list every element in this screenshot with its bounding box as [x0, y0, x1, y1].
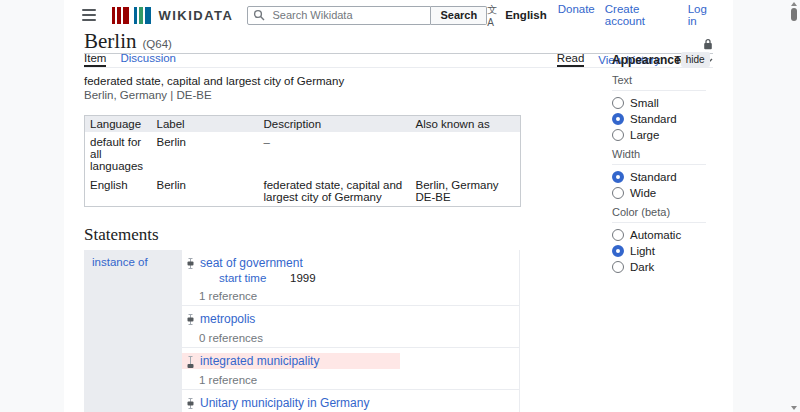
radio-label: Automatic — [630, 229, 681, 241]
protection-lock-icon — [703, 38, 713, 53]
main-menu-icon[interactable] — [82, 9, 96, 21]
tab-discussion[interactable]: Discussion — [120, 52, 176, 67]
cell-description: federated state, capital and largest cit… — [259, 175, 411, 207]
site-header: WIKIDATA Search 文A English DonateCreate … — [64, 0, 733, 26]
language-icon: 文A — [487, 3, 501, 28]
radio-circle-icon — [612, 113, 624, 125]
cell-aliases: Berlin, GermanyDE-BE — [411, 175, 521, 207]
claim-value-link-seat-of-government[interactable]: seat of government — [200, 256, 303, 270]
column-header-description: Description — [259, 116, 411, 133]
radio-color-beta-light[interactable]: Light — [612, 245, 706, 257]
search-input[interactable] — [247, 6, 431, 25]
rank-selector-icon-normal[interactable] — [187, 397, 194, 410]
tab-item[interactable]: Item — [84, 52, 106, 67]
search-icon — [253, 9, 265, 24]
claim-value-row: integrated municipality — [182, 353, 400, 369]
radio-circle-icon — [612, 261, 624, 273]
radio-circle-icon — [612, 187, 624, 199]
search-button[interactable]: Search — [431, 6, 487, 25]
radio-label: Dark — [630, 261, 654, 273]
radio-circle-icon — [612, 229, 624, 241]
property-column: instance of — [84, 250, 182, 412]
entity-id: (Q64) — [143, 38, 172, 50]
column-header-label: Label — [152, 116, 259, 133]
property-link-instance-of[interactable]: instance of — [92, 256, 148, 268]
wikidata-logo-icon — [112, 7, 151, 24]
radio-text-small[interactable]: Small — [612, 97, 706, 109]
appearance-hide-button[interactable]: hide — [681, 52, 710, 67]
header-link-create-account[interactable]: Create account — [605, 3, 678, 27]
page-title: Berlin — [84, 32, 137, 50]
claim-value-link-metropolis[interactable]: metropolis — [200, 312, 255, 326]
statement-claim-integrated-municipality: integrated municipality1 reference — [182, 348, 519, 390]
references-toggle[interactable]: 1 reference — [199, 374, 519, 386]
qualifier-row: start time1999 — [182, 272, 519, 285]
language-selector[interactable]: 文A English — [487, 3, 547, 28]
wikidata-logo[interactable]: WIKIDATA — [112, 7, 233, 24]
appearance-section-text: Text — [612, 74, 706, 91]
statement-group: instance of seat of governmentstart time… — [84, 250, 520, 412]
claim-value-row: seat of government — [182, 255, 519, 271]
language-label: English — [505, 9, 547, 21]
radio-label: Standard — [630, 113, 677, 125]
claim-value-row: metropolis — [182, 311, 519, 327]
rank-selector-icon-deprecated[interactable] — [187, 355, 194, 368]
page-heading: Berlin (Q64) — [84, 32, 713, 54]
column-header-language: Language — [85, 116, 152, 133]
references-toggle[interactable]: 1 reference — [199, 290, 519, 302]
cell-aliases — [411, 132, 521, 175]
qualifier-value: 1999 — [290, 272, 316, 285]
radio-label: Light — [630, 245, 655, 257]
radio-circle-icon — [612, 245, 624, 257]
cell-label: Berlin — [152, 175, 259, 207]
qualifier-property-link[interactable]: start time — [219, 272, 290, 285]
cell-label: Berlin — [152, 132, 259, 175]
claims-column: seat of governmentstart time19991 refere… — [182, 250, 520, 412]
terms-table: LanguageLabelDescriptionAlso known as de… — [84, 115, 521, 207]
claim-value-row: Unitary municipality in Germany — [182, 395, 519, 411]
radio-circle-icon — [612, 129, 624, 141]
radio-text-standard[interactable]: Standard — [612, 113, 706, 125]
appearance-section-color-beta: Color (beta) — [612, 206, 706, 223]
statement-claim-seat-of-government: seat of governmentstart time19991 refere… — [182, 250, 519, 306]
table-row: EnglishBerlinfederated state, capital an… — [85, 175, 521, 207]
radio-text-large[interactable]: Large — [612, 129, 706, 141]
rank-selector-icon-normal[interactable] — [187, 257, 194, 270]
claim-value-link-unitary-municipality-in-germany[interactable]: Unitary municipality in Germany — [200, 396, 369, 410]
statement-claim-metropolis: metropolis0 references — [182, 306, 519, 348]
search-bar: Search — [247, 6, 487, 25]
scrollbar-up-arrow[interactable] — [791, 2, 797, 6]
cell-language: default for all languages — [85, 132, 152, 175]
tab-read[interactable]: Read — [557, 52, 585, 67]
radio-circle-icon — [612, 171, 624, 183]
radio-width-wide[interactable]: Wide — [612, 187, 706, 199]
user-links: 文A English DonateCreate accountLog in — [487, 3, 717, 28]
radio-label: Standard — [630, 171, 677, 183]
header-link-donate[interactable]: Donate — [558, 3, 595, 27]
radio-label: Wide — [630, 187, 656, 199]
rank-selector-icon-normal[interactable] — [187, 313, 194, 326]
appearance-section-width: Width — [612, 148, 706, 165]
claim-value-link-integrated-municipality[interactable]: integrated municipality — [200, 354, 319, 368]
cell-language: English — [85, 175, 152, 207]
radio-width-standard[interactable]: Standard — [612, 171, 706, 183]
column-header-also-known-as: Also known as — [411, 116, 521, 133]
table-row: default for all languagesBerlin– — [85, 132, 521, 175]
references-toggle[interactable]: 0 references — [199, 332, 519, 344]
appearance-heading: Appearance — [612, 53, 681, 67]
radio-color-beta-automatic[interactable]: Automatic — [612, 229, 706, 241]
scrollbar-thumb[interactable] — [791, 8, 797, 21]
statement-claim-unitary-municipality-in-germany: Unitary municipality in Germany1 referen… — [182, 390, 519, 412]
radio-circle-icon — [612, 97, 624, 109]
cell-description: – — [259, 132, 411, 175]
wikidata-wordmark: WIKIDATA — [158, 8, 233, 23]
radio-color-beta-dark[interactable]: Dark — [612, 261, 706, 273]
header-link-log-in[interactable]: Log in — [688, 3, 717, 27]
scrollbar-down-arrow[interactable] — [791, 406, 797, 410]
radio-label: Small — [630, 97, 659, 109]
vertical-scrollbar[interactable] — [789, 0, 799, 412]
radio-label: Large — [630, 129, 659, 141]
appearance-panel: Appearance hide TextSmallStandardLargeWi… — [612, 52, 706, 277]
